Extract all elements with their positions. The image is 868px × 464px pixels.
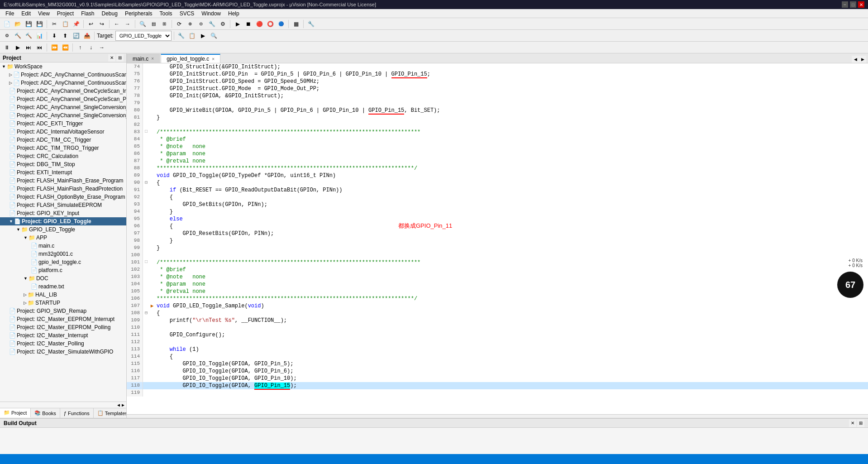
tree-item-startup[interactable]: ▷ 📁 STARTUP <box>0 299 126 307</box>
tree-item-flash3[interactable]: 📄 Project: FLASH_OptionByte_Erase_Progra… <box>0 193 126 201</box>
close-button[interactable]: ✕ <box>858 1 864 8</box>
tree-item-gpio-led[interactable]: ▼ 📄 Project: GPIO_LED_Toggle <box>0 217 126 225</box>
menu-view[interactable]: View <box>34 10 53 18</box>
tree-item-adc8[interactable]: 📄 Project: ADC_InternalVoltageSensor <box>0 128 126 136</box>
menu-debug[interactable]: Debug <box>98 10 121 18</box>
tb2-btn11[interactable]: ▶ <box>198 31 208 41</box>
tb3-btn6[interactable]: ⏪ <box>60 43 70 53</box>
tree-item-i2c1[interactable]: 📄 Project: I2C_Master_EEPROM_Interrupt <box>0 315 126 323</box>
panel-close-button[interactable]: ✕ <box>108 54 115 62</box>
tree-item-adc7[interactable]: 📄 Project: ADC_EXTI_Trigger <box>0 120 126 128</box>
tb-btn16[interactable]: 🔵 <box>276 19 286 29</box>
tb3-btn3[interactable]: ⏭ <box>24 43 33 53</box>
menu-svcs[interactable]: SVCS <box>176 10 198 18</box>
tab-templates[interactable]: 📋 Templates <box>94 408 127 418</box>
tb2-btn5[interactable]: ⬆ <box>60 31 70 41</box>
code-editor[interactable]: 74 GPIO_StructInit(&GPIO_InitStruct); 75… <box>127 63 868 414</box>
redo-button[interactable]: ↪ <box>97 19 107 29</box>
project-config-button[interactable]: ⚙ <box>2 31 12 41</box>
tree-item-doc-folder[interactable]: ▼ 📁 DOC <box>0 274 126 282</box>
minimize-button[interactable]: − <box>842 1 848 8</box>
save-all-button[interactable]: 💾 <box>34 19 44 29</box>
tree-item-adc4[interactable]: 📄 Project: ADC_AnyChannel_OneCycleScan_P… <box>0 95 126 103</box>
tree-item-readme[interactable]: 📄 readme.txt <box>0 282 126 291</box>
tb2-btn12[interactable]: 🔍 <box>209 31 219 41</box>
tree-item-gpio-toggle-c[interactable]: 📄 gpio_led_toggle.c <box>0 258 126 266</box>
find-button[interactable]: 🔍 <box>138 19 148 29</box>
tree-item-adc10[interactable]: 📄 Project: ADC_TIM_TRGO_Trigger <box>0 144 126 152</box>
tree-item-adc2[interactable]: ▷ 📄 Project: ADC_AnyChannel_ContinuousSc… <box>0 79 126 87</box>
tree-item-flash2[interactable]: 📄 Project: FLASH_MainFlash_ReadProtectio… <box>0 185 126 193</box>
main-c-close-icon[interactable]: × <box>151 56 154 61</box>
tb-btn9[interactable]: ⊖ <box>196 19 206 29</box>
tree-item-gpio-key[interactable]: 📄 Project: GPIO_KEY_Input <box>0 209 126 217</box>
tree-item-exti[interactable]: 📄 Project: EXTI_Interrupt <box>0 168 126 177</box>
tb3-btn9[interactable]: → <box>97 43 107 53</box>
tree-item-hal-lib[interactable]: ▷ 📁 HAL_LIB <box>0 291 126 299</box>
tb-btn10[interactable]: 🔧 <box>207 19 217 29</box>
tree-item-flash1[interactable]: 📄 Project: FLASH_MainFlash_Erase_Program <box>0 177 126 185</box>
tb-btn8[interactable]: ⊕ <box>185 19 195 29</box>
tree-workspace[interactable]: ▼ 📁 WorkSpace <box>0 62 126 71</box>
tb-btn6[interactable]: ⊞ <box>159 19 169 29</box>
tb-btn18[interactable]: 🔧 <box>306 19 316 29</box>
menu-edit[interactable]: Edit <box>18 10 34 18</box>
gpio-toggle-close-icon[interactable]: × <box>212 57 215 62</box>
tree-item-crc[interactable]: 📄 Project: CRC_Calculation <box>0 152 126 160</box>
tree-item-mm32[interactable]: 📄 mm32g0001.c <box>0 250 126 258</box>
tree-item-flash4[interactable]: 📄 Project: FLASH_SimulateEEPROM <box>0 201 126 209</box>
maximize-button[interactable]: □ <box>850 1 856 8</box>
tb-btn5[interactable]: ▤ <box>148 19 158 29</box>
tab-gpio-toggle[interactable]: gpio_led_toggle.c × <box>161 54 220 63</box>
menu-tools[interactable]: Tools <box>156 10 176 18</box>
tb3-btn1[interactable]: ⏸ <box>2 43 12 53</box>
tb-btn17[interactable]: ▦ <box>291 19 301 29</box>
tb-btn15[interactable]: ⭕ <box>265 19 275 29</box>
new-file-button[interactable]: 📄 <box>2 19 12 29</box>
tab-scroll-right[interactable]: ▶ <box>859 56 866 63</box>
tb-btn13[interactable]: ⏹ <box>243 19 253 29</box>
save-button[interactable]: 💾 <box>24 19 33 29</box>
tree-item-adc1[interactable]: ▷ 📄 Project: ADC_AnyChannel_ContinuousSc… <box>0 71 126 79</box>
nav-forward-button[interactable]: → <box>123 19 133 29</box>
code-hscroll[interactable] <box>127 414 868 418</box>
tb3-btn8[interactable]: ↓ <box>86 43 96 53</box>
menu-flash[interactable]: Flash <box>77 10 98 18</box>
menu-window[interactable]: Window <box>198 10 224 18</box>
tree-item-i2c3[interactable]: 📄 Project: I2C_Master_Interrupt <box>0 331 126 340</box>
tree-item-gpio-led-folder[interactable]: ▼ 📁 GPIO_LED_Toggle <box>0 225 126 234</box>
build-button[interactable]: 🔨 <box>24 31 33 41</box>
tab-scroll-left[interactable]: ◀ <box>852 56 859 63</box>
tree-item-i2c5[interactable]: 📄 Project: I2C_Master_SimulateWithGPIO <box>0 348 126 356</box>
nav-back-button[interactable]: ← <box>112 19 122 29</box>
tb-btn14[interactable]: 🔴 <box>254 19 264 29</box>
tab-books[interactable]: 📚 Books <box>31 408 60 418</box>
tree-item-adc6[interactable]: 📄 Project: ADC_AnyChannel_SingleConversi… <box>0 111 126 120</box>
menu-help[interactable]: Help <box>224 10 243 18</box>
tree-item-main-c[interactable]: 📄 main.c <box>0 242 126 250</box>
tree-item-gpio-swd[interactable]: 📄 Project: GPIO_SWD_Remap <box>0 307 126 315</box>
menu-peripherals[interactable]: Peripherals <box>121 10 156 18</box>
tb3-btn7[interactable]: ↑ <box>75 43 85 53</box>
menu-file[interactable]: File <box>2 10 18 18</box>
project-tree[interactable]: ▼ 📁 WorkSpace ▷ 📄 Project: ADC_AnyChanne… <box>0 62 126 402</box>
tb2-btn9[interactable]: 🔧 <box>176 31 186 41</box>
tree-item-adc3[interactable]: 📄 Project: ADC_AnyChannel_OneCycleScan_I… <box>0 87 126 95</box>
undo-button[interactable]: ↩ <box>86 19 96 29</box>
tree-item-i2c2[interactable]: 📄 Project: I2C_Master_EEPROM_Polling <box>0 323 126 331</box>
build-output-float[interactable]: ⊞ <box>857 420 864 427</box>
tree-item-app-folder[interactable]: ▼ 📁 APP <box>0 234 126 242</box>
copy-button[interactable]: 📋 <box>60 19 70 29</box>
tb2-btn7[interactable]: 📤 <box>82 31 92 41</box>
tree-item-dbg[interactable]: 📄 Project: DBG_TIM_Stop <box>0 160 126 168</box>
menu-project[interactable]: Project <box>53 10 77 18</box>
tb3-btn2[interactable]: ▶ <box>13 43 23 53</box>
tb-btn12[interactable]: ▶ <box>233 19 243 29</box>
tb-btn11[interactable]: ⚙ <box>218 19 228 29</box>
target-dropdown[interactable]: GPIO_LED_Toggle <box>115 31 172 41</box>
tb3-btn4[interactable]: ⏮ <box>34 43 44 53</box>
tb-btn7[interactable]: ⟳ <box>174 19 184 29</box>
open-file-button[interactable]: 📂 <box>13 19 23 29</box>
tree-item-i2c4[interactable]: 📄 Project: I2C_Master_Polling <box>0 340 126 348</box>
tab-project[interactable]: 📁 Project <box>0 408 31 418</box>
